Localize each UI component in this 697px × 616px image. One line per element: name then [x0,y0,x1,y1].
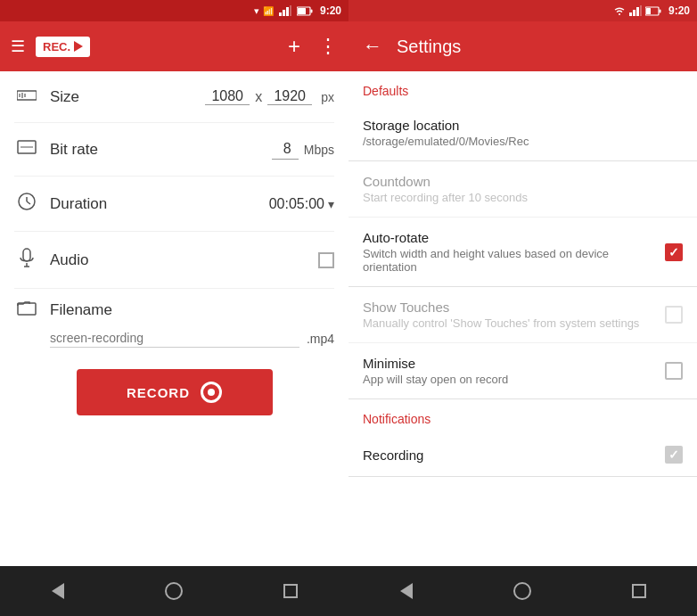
svg-rect-1 [283,10,285,16]
svg-rect-25 [659,9,660,12]
storage-location-title: Storage location [363,118,683,133]
minimise-item[interactable]: Minimise App will stay open on record [348,343,697,399]
wifi-icon: ▾ [254,5,259,17]
svg-rect-2 [286,7,289,16]
home-nav-button-right[interactable] [496,582,549,600]
duration-dropdown-icon: ▾ [328,197,334,211]
show-touches-title: Show Touches [363,300,654,315]
show-touches-item: Show Touches Manually control 'Show Touc… [348,287,697,343]
show-touches-subtitle: Manually control 'Show Touches' from sys… [363,316,654,330]
bitrate-label: Bit rate [50,141,261,159]
signal-bars-icon [279,5,291,16]
battery-icon-right [645,6,661,16]
storage-location-subtitle: /storage/emulated/0/Movies/Rec [363,135,683,148]
home-nav-button[interactable] [147,582,201,600]
svg-rect-5 [310,9,312,12]
notifications-section-header: Notifications [348,399,697,433]
svg-rect-26 [646,8,651,14]
show-touches-checkbox [665,306,683,324]
record-button[interactable]: RECORD [77,369,273,415]
minimise-subtitle: App will stay open on record [363,373,654,386]
svg-rect-16 [23,249,30,261]
wifi-icon-right [613,5,626,16]
recents-nav-button[interactable] [264,584,317,598]
back-nav-button-right[interactable] [380,583,433,599]
size-separator: x [255,89,262,105]
rec-logo: REC. [36,37,90,57]
minimise-title: Minimise [363,356,654,371]
bitrate-value: 8 [272,139,299,160]
svg-rect-6 [298,8,306,14]
countdown-title: Countdown [363,174,683,189]
recents-nav-button-right[interactable] [612,584,666,598]
size-setting: Size x px [14,71,334,123]
record-button-label: RECORD [127,385,190,400]
storage-location-item[interactable]: Storage location /storage/emulated/0/Mov… [348,105,697,161]
audio-icon [14,248,39,272]
width-input[interactable] [205,88,250,105]
recording-item[interactable]: Recording ✓ [348,433,697,477]
audio-setting[interactable]: Audio [14,232,334,289]
add-button[interactable]: + [288,34,300,59]
record-circle-icon [201,382,222,403]
auto-rotate-checkbox[interactable]: ✓ [665,243,683,261]
size-unit: px [321,90,334,104]
duration-setting[interactable]: Duration 00:05:00 ▾ [14,177,334,232]
settings-title: Settings [397,37,461,57]
filename-icon [14,300,39,320]
height-input[interactable] [267,88,312,105]
signal-bars-icon-right [629,5,642,16]
recording-checkbox[interactable]: ✓ [665,446,683,464]
signal-icon: 📶 [263,6,274,16]
audio-checkbox[interactable] [318,252,334,268]
back-nav-button[interactable] [31,583,85,599]
svg-rect-19 [18,303,36,315]
svg-rect-20 [629,12,632,16]
svg-line-15 [27,201,30,204]
filename-section: Filename .mp4 [14,289,334,351]
bitrate-setting: Bit rate 8 Mbps [14,123,334,177]
filename-extension: .mp4 [307,332,334,346]
duration-icon [14,193,39,215]
duration-label: Duration [50,195,258,213]
recording-title: Recording [363,448,665,463]
countdown-item: Countdown Start recording after 10 secon… [348,161,697,218]
audio-label: Audio [50,251,308,269]
svg-rect-23 [640,5,642,16]
settings-back-button[interactable]: ← [363,35,382,58]
size-inputs[interactable]: x px [205,88,334,105]
bitrate-icon [14,140,39,159]
battery-icon [297,6,313,16]
svg-rect-3 [290,5,291,16]
svg-rect-0 [279,12,282,16]
defaults-section-header: Defaults [348,71,697,105]
auto-rotate-item[interactable]: Auto-rotate Switch width and height valu… [348,218,697,287]
svg-rect-22 [636,7,639,16]
left-status-time: 9:20 [320,4,341,17]
size-label: Size [50,88,194,106]
size-icon [14,87,39,106]
auto-rotate-subtitle: Switch width and height values based on … [363,247,654,274]
countdown-subtitle: Start recording after 10 seconds [363,191,683,204]
minimise-checkbox[interactable] [665,362,683,380]
filename-input[interactable] [50,329,299,348]
more-options-button[interactable]: ⋮ [318,35,338,58]
svg-rect-21 [633,10,636,16]
duration-value: 00:05:00 [269,196,324,212]
right-status-time: 9:20 [668,4,690,17]
filename-label: Filename [50,301,112,319]
auto-rotate-title: Auto-rotate [363,230,654,245]
bitrate-unit: Mbps [304,143,334,157]
hamburger-icon[interactable]: ☰ [11,37,25,56]
